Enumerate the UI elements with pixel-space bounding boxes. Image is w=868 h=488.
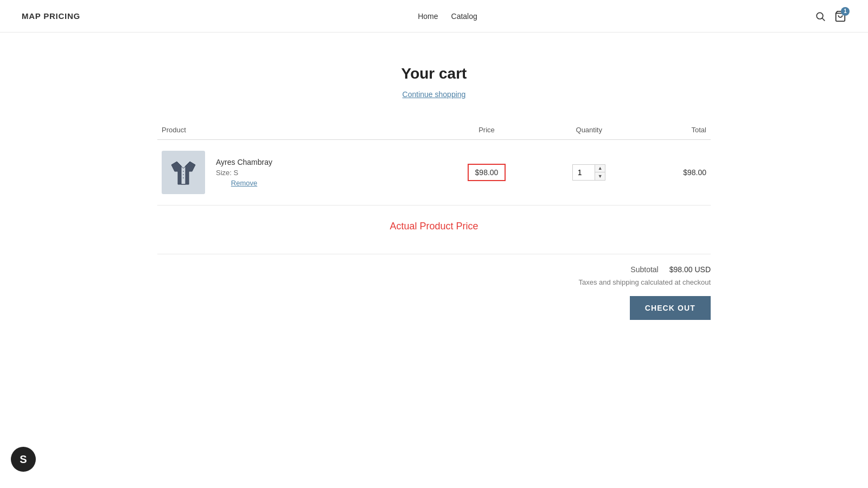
svg-point-3 (183, 171, 184, 172)
cart-summary: Subtotal $98.00 USD Taxes and shipping c… (157, 265, 711, 320)
header: MAP PRICING Home Catalog 1 (0, 0, 868, 33)
nav-catalog[interactable]: Catalog (451, 12, 477, 21)
shirt-svg (166, 155, 201, 190)
nav-home[interactable]: Home (418, 12, 438, 21)
svg-point-0 (816, 12, 823, 19)
price-box: $98.00 (468, 164, 506, 181)
svg-point-4 (183, 174, 184, 175)
subtotal-label: Subtotal (630, 265, 658, 274)
product-size: Size: S (216, 169, 272, 177)
quantity-down-button[interactable]: ▼ (595, 172, 605, 180)
price-cell: $98.00 (432, 140, 541, 206)
header-icons: 1 (815, 10, 846, 22)
product-image (162, 151, 205, 194)
col-header-product: Product (157, 120, 432, 140)
quantity-cell: ▲ ▼ (541, 140, 637, 206)
annotation-label: Actual Product Price (162, 216, 706, 243)
svg-line-1 (822, 18, 825, 21)
svg-point-5 (183, 177, 184, 178)
product-name: Ayres Chambray (216, 158, 272, 166)
product-info: Ayres Chambray Size: S Remove (216, 158, 272, 187)
main-content: Your cart Continue shopping Product Pric… (136, 33, 732, 363)
cart-table: Product Price Quantity Total (157, 120, 711, 254)
total-cell: $98.00 (637, 140, 711, 206)
col-header-quantity: Quantity (541, 120, 637, 140)
annotation-cell: Actual Product Price (157, 206, 711, 254)
cart-badge: 1 (841, 7, 850, 16)
table-header-row: Product Price Quantity Total (157, 120, 711, 140)
col-header-price: Price (432, 120, 541, 140)
quantity-up-button[interactable]: ▲ (595, 165, 605, 172)
search-button[interactable] (815, 11, 826, 22)
continue-shopping-link[interactable]: Continue shopping (157, 90, 711, 99)
checkout-button[interactable]: CHECK OUT (630, 296, 711, 320)
quantity-spinners: ▲ ▼ (595, 165, 605, 180)
site-logo: MAP PRICING (22, 11, 80, 21)
remove-button[interactable]: Remove (216, 179, 272, 187)
annotation-row: Actual Product Price (157, 206, 711, 254)
search-icon (815, 11, 826, 22)
tax-note: Taxes and shipping calculated at checkou… (578, 278, 711, 286)
product-cell: Ayres Chambray Size: S Remove (157, 140, 432, 206)
subtotal-value: $98.00 USD (669, 265, 711, 274)
col-header-total: Total (637, 120, 711, 140)
cart-button[interactable]: 1 (834, 10, 846, 22)
quantity-input[interactable] (573, 165, 595, 180)
main-nav: Home Catalog (418, 12, 477, 21)
page-title: Your cart (157, 65, 711, 82)
quantity-stepper[interactable]: ▲ ▼ (572, 164, 605, 181)
subtotal-row: Subtotal $98.00 USD (630, 265, 711, 274)
table-row: Ayres Chambray Size: S Remove $98.00 ▲ (157, 140, 711, 206)
